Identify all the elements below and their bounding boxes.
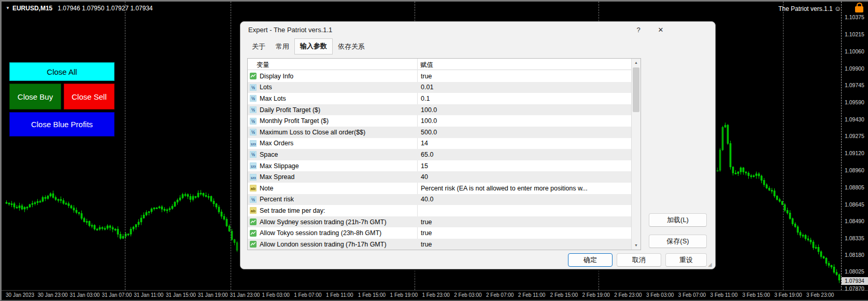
svg-text:123: 123 — [250, 142, 256, 145]
dialog-title-bar[interactable]: Expert - The Patriot vers.1.1 ? ✕ — [240, 22, 715, 37]
tab-dependencies[interactable]: 依存关系 — [333, 39, 370, 54]
param-row[interactable]: 123Max Spread40 — [248, 171, 631, 183]
price-axis-label: 1.10375 — [845, 14, 864, 20]
param-value[interactable]: true — [417, 218, 631, 226]
param-value[interactable]: true — [417, 241, 631, 248]
load-button[interactable]: 加载(L) — [649, 213, 707, 227]
param-row[interactable]: ½Space65.0 — [248, 149, 631, 160]
period-separator — [783, 2, 784, 290]
time-axis[interactable]: 30 Jan 202330 Jan 23:0031 Jan 03:0031 Ja… — [2, 292, 868, 301]
num-type-icon: ½ — [250, 118, 257, 125]
num-type-icon: ½ — [250, 151, 257, 158]
param-row[interactable]: ½Lots0.01 — [248, 82, 631, 93]
symbol-dropdown-icon[interactable]: ▼ — [6, 6, 10, 10]
close-buy-button[interactable]: Close Buy — [9, 84, 61, 110]
param-value[interactable]: 0.1 — [417, 95, 631, 102]
price-axis-label: 1.09590 — [845, 99, 864, 105]
param-value[interactable]: true — [417, 229, 631, 237]
svg-text:½: ½ — [251, 197, 255, 202]
mt-terminal-window: ▼EURUSD,M151.07946 1.07950 1.07927 1.079… — [0, 0, 868, 301]
param-row[interactable]: ½Max Lots0.1 — [248, 93, 631, 104]
symbol-label: EURUSD,M15 — [12, 5, 52, 12]
param-row[interactable]: ½Daily Profit Target ($)100.0 — [248, 104, 631, 116]
bool-type-icon — [250, 230, 257, 237]
close-sell-button[interactable]: Close Sell — [64, 84, 115, 110]
resize-grip[interactable]: ◢ — [708, 262, 713, 267]
close-all-button[interactable]: Close All — [9, 62, 115, 81]
param-row[interactable]: ½Monthly Profit Target ($)100.0 — [248, 115, 631, 127]
param-name: Monthly Profit Target ($) — [260, 117, 329, 125]
svg-text:ab: ab — [251, 209, 255, 213]
param-row[interactable]: Allow Sydney session trading (21h-7h GMT… — [248, 216, 631, 228]
time-axis-label: 2 Feb 11:00 — [518, 292, 546, 298]
table-scrollbar[interactable]: ▲ ▼ — [631, 59, 641, 250]
time-axis-label: 1 Feb 15:00 — [358, 292, 386, 298]
price-axis[interactable]: 1.103751.102151.100601.099001.097451.095… — [841, 2, 868, 290]
param-value[interactable]: 40.0 — [417, 196, 631, 203]
param-value[interactable]: 0.01 — [417, 84, 631, 91]
tab-common[interactable]: 常用 — [271, 39, 294, 54]
int-type-icon: 123 — [250, 162, 257, 169]
param-row[interactable]: Allow Tokyo session trading (23h-8h GMT)… — [248, 227, 631, 239]
price-axis-label: 1.08490 — [845, 218, 864, 224]
close-blue-profits-button[interactable]: Close Blue Profits — [9, 112, 115, 136]
param-value[interactable]: Percent risk (EA is not allowed to enter… — [417, 185, 631, 192]
ohlc-values: 1.07946 1.07950 1.07927 1.07934 — [58, 5, 153, 12]
param-row[interactable]: ½Percent risk40.0 — [248, 194, 631, 206]
price-axis-label: 1.08805 — [845, 184, 864, 190]
param-value[interactable]: 15 — [417, 162, 631, 170]
price-axis-label: 1.08025 — [845, 268, 864, 275]
price-axis-label: 1.09120 — [845, 150, 864, 156]
param-row[interactable]: ½Maximum Loss to Close all order($$)500.… — [248, 127, 631, 138]
param-row[interactable]: 123Max Slippage15 — [248, 160, 631, 172]
close-icon[interactable]: ✕ — [654, 25, 667, 35]
param-name: Allow Tokyo session trading (23h-8h GMT) — [260, 229, 381, 237]
param-value[interactable]: 65.0 — [417, 151, 631, 158]
num-type-icon: ½ — [250, 95, 257, 102]
param-value[interactable]: 14 — [417, 140, 631, 147]
save-button[interactable]: 保存(S) — [649, 235, 707, 248]
lock-icon — [855, 6, 863, 12]
cancel-button[interactable]: 取消 — [617, 253, 661, 267]
param-row[interactable]: abNotePercent risk (EA is not allowed to… — [248, 183, 631, 194]
table-header: 变量 赋值 — [248, 59, 631, 70]
param-row[interactable]: abSet trade time per day: — [248, 205, 631, 216]
scroll-up-icon[interactable]: ▲ — [632, 59, 641, 67]
reset-button[interactable]: 重设 — [665, 253, 707, 267]
param-name: Display Info — [260, 73, 293, 80]
scroll-thumb[interactable] — [633, 67, 639, 112]
param-name: Max Orders — [260, 140, 293, 147]
price-axis-label: 1.09275 — [845, 133, 864, 139]
param-row[interactable]: 123Max Orders14 — [248, 138, 631, 149]
svg-text:½: ½ — [251, 130, 255, 135]
param-row[interactable]: Display Infotrue — [248, 71, 631, 82]
param-name: Maximum Loss to Close all order($$) — [260, 129, 365, 136]
param-name: Max Lots — [260, 95, 286, 102]
price-axis-label: 1.10060 — [845, 48, 864, 54]
tab-about[interactable]: 关于 — [247, 39, 271, 54]
dialog-tabs: 关于 常用 输入参数 依存关系 — [247, 40, 578, 54]
svg-text:½: ½ — [251, 119, 255, 124]
svg-text:½: ½ — [251, 85, 255, 90]
ok-button[interactable]: 确定 — [568, 253, 613, 267]
svg-text:123: 123 — [250, 165, 256, 168]
param-name: Space — [260, 151, 278, 158]
time-axis-label: 31 Jan 11:00 — [134, 292, 163, 298]
scroll-down-icon[interactable]: ▼ — [632, 241, 641, 250]
param-value[interactable]: 100.0 — [417, 106, 631, 114]
time-axis-label: 2 Feb 19:00 — [582, 292, 609, 298]
tab-inputs[interactable]: 输入参数 — [294, 38, 333, 54]
param-row[interactable]: Allow London session trading (7h-17h GMT… — [248, 239, 631, 250]
param-value[interactable]: 40 — [417, 173, 631, 181]
price-axis-label: 1.08960 — [845, 167, 864, 173]
param-value[interactable]: 500.0 — [417, 129, 631, 136]
time-axis-label: 30 Jan 2023 — [6, 292, 34, 298]
param-value[interactable]: 100.0 — [417, 117, 631, 125]
time-axis-label: 31 Jan 03:00 — [70, 292, 100, 298]
time-axis-label: 1 Feb 07:00 — [294, 292, 321, 298]
param-value[interactable]: true — [417, 73, 631, 80]
help-button[interactable]: ? — [632, 25, 645, 35]
param-name: Percent risk — [260, 196, 294, 203]
time-axis-label: 31 Jan 23:00 — [230, 292, 260, 298]
time-axis-label: 31 Jan 15:00 — [166, 292, 196, 298]
